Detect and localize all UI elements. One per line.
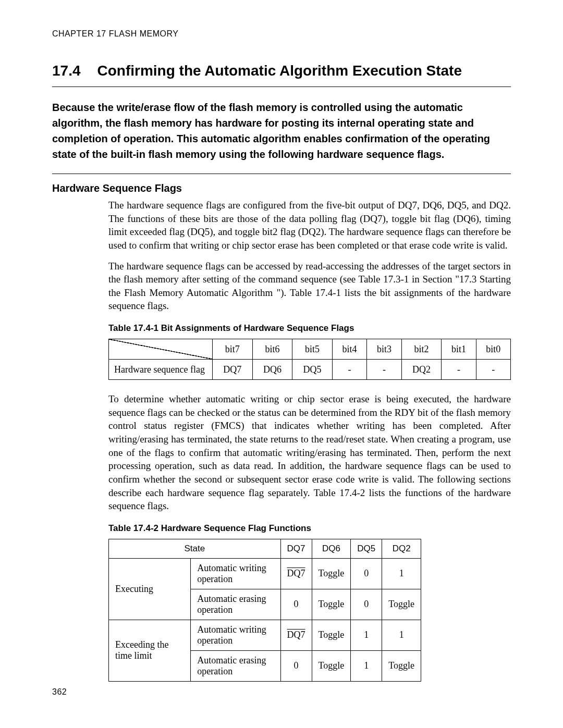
table-1-caption: Table 17.4-1 Bit Assignments of Hardware…: [108, 323, 511, 334]
table-1-header-bit5: bit5: [292, 339, 333, 360]
section-heading: 17.4 Confirming the Automatic Algorithm …: [52, 63, 511, 79]
table-2-cell: Toggle: [312, 589, 351, 620]
table-2-header-dq5: DQ5: [351, 539, 382, 558]
table-1: bit7 bit6 bit5 bit4 bit3 bit2 bit1 bit0 …: [108, 339, 511, 380]
table-1-cell: DQ7: [213, 360, 253, 380]
table-2-cell: 0: [280, 589, 312, 620]
table-2-cell: Toggle: [382, 589, 421, 620]
table-2-header-state: State: [109, 539, 281, 558]
table-2-cell: 0: [280, 650, 312, 681]
table-1-cell: -: [476, 360, 510, 380]
page-number: 362: [52, 687, 67, 697]
table-2-op: Automatic erasing operation: [191, 650, 280, 681]
table-2-header-dq2: DQ2: [382, 539, 421, 558]
table-1-cell: DQ6: [252, 360, 292, 380]
running-head: CHAPTER 17 FLASH MEMORY: [52, 29, 511, 39]
table-2-cell: 1: [382, 620, 421, 650]
table-1-header-bit1: bit1: [442, 339, 476, 360]
table-1-header-bit0: bit0: [476, 339, 510, 360]
table-2-cell: DQ7: [280, 620, 312, 650]
table-2-op: Automatic writing operation: [191, 620, 280, 650]
table-1-header-bit6: bit6: [252, 339, 292, 360]
table-2-header-dq6: DQ6: [312, 539, 351, 558]
table-2: State DQ7 DQ6 DQ5 DQ2 Executing Automati…: [108, 539, 421, 682]
table-1-row-label: Hardware sequence flag: [109, 360, 213, 380]
table-2-state-executing: Executing: [109, 558, 191, 620]
table-2-caption: Table 17.4-2 Hardware Sequence Flag Func…: [108, 523, 511, 534]
table-2-cell: 1: [351, 620, 382, 650]
table-2-cell: Toggle: [312, 558, 351, 589]
table-2-cell: 1: [351, 650, 382, 681]
table-1-header-bit3: bit3: [367, 339, 401, 360]
intro-end-rule: [52, 174, 511, 174]
table-1-cell: -: [442, 360, 476, 380]
table-1-header-bit4: bit4: [332, 339, 366, 360]
table-2-cell: 0: [351, 589, 382, 620]
table-2-cell: DQ7: [280, 558, 312, 589]
table-1-cell: -: [367, 360, 401, 380]
paragraph-3: To determine whether automatic writing o…: [108, 392, 511, 513]
table-2-state-exceeding: Exceeding the time limit: [109, 620, 191, 681]
paragraph-1: The hardware sequence flags are configur…: [108, 199, 511, 252]
table-1-cell: -: [332, 360, 366, 380]
table-1-cell: DQ5: [292, 360, 333, 380]
subheading: Hardware Sequence Flags: [52, 182, 511, 194]
section-rule: [52, 87, 511, 87]
section-number: 17.4: [52, 63, 81, 79]
table-row: Hardware sequence flag DQ7 DQ6 DQ5 - - D…: [109, 360, 511, 380]
intro-paragraph: Because the write/erase flow of the flas…: [52, 100, 511, 162]
table-1-header-bit7: bit7: [213, 339, 253, 360]
table-row: Exceeding the time limit Automatic writi…: [109, 620, 421, 650]
table-2-cell: 0: [351, 558, 382, 589]
table-2-cell: Toggle: [382, 650, 421, 681]
table-2-op: Automatic erasing operation: [191, 589, 280, 620]
table-2-cell: Toggle: [312, 650, 351, 681]
table-2-header-dq7: DQ7: [280, 539, 312, 558]
table-1-header-blank: [109, 339, 213, 360]
table-2-cell: 1: [382, 558, 421, 589]
table-row: Executing Automatic writing operation DQ…: [109, 558, 421, 589]
paragraph-2: The hardware sequence flags can be acces…: [108, 260, 511, 313]
table-1-header-bit2: bit2: [401, 339, 442, 360]
table-2-cell: Toggle: [312, 620, 351, 650]
table-1-cell: DQ2: [401, 360, 442, 380]
section-title: Confirming the Automatic Algorithm Execu…: [97, 63, 462, 79]
table-2-op: Automatic writing operation: [191, 558, 280, 589]
